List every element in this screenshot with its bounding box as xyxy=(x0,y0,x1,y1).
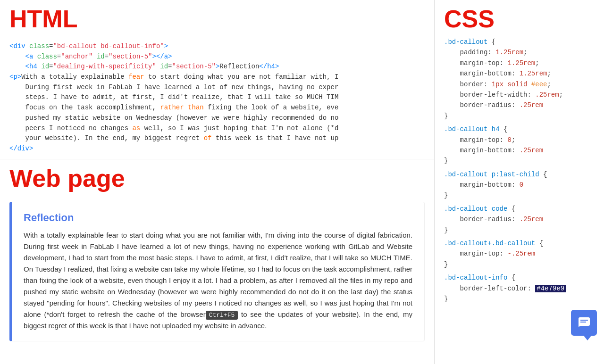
code-line-7: steps. I have to admit, at first, I did'… xyxy=(9,92,425,103)
css-block-2: .bd-callout h4 { margin-top: 0; margin-b… xyxy=(444,124,595,166)
css-close-5: } xyxy=(444,259,595,270)
css-selector-5: .bd-callout+.bd-callout { xyxy=(444,238,595,248)
chat-icon xyxy=(578,316,591,330)
css-close-2: } xyxy=(444,156,595,166)
css-prop-mt-neg: margin-top: -.25rem xyxy=(444,248,595,259)
css-code-block: .bd-callout { padding: 1.25rem; margin-t… xyxy=(435,37,604,304)
code-line-10: peers I noticed no changes as well, so I… xyxy=(9,124,425,134)
callout-box: Reflection With a totally explainable fe… xyxy=(9,202,425,342)
callout-body: With a totally explainable fear to start… xyxy=(24,230,412,332)
css-prop-mt-0: margin-top: 0; xyxy=(444,135,595,145)
css-prop-blc: border-left-color: #4e79e9 xyxy=(444,283,595,294)
code-line-2: <a class="anchor" id="section-5"></a> xyxy=(9,52,425,62)
kbd-badge: Ctrl+F5 xyxy=(206,311,238,320)
right-panel: CSS .bd-callout { padding: 1.25rem; marg… xyxy=(434,0,604,364)
code-line-3: <h4 id="dealing-with-specificity" id="se… xyxy=(9,62,425,72)
css-prop-br: border-radius: .25rem xyxy=(444,214,595,224)
css-prop-border-left-width: border-left-width: .25rem; xyxy=(444,90,595,100)
css-prop-padding: padding: 1.25rem; xyxy=(444,47,595,58)
css-prop-mb-25: margin-bottom: .25rem xyxy=(444,145,595,156)
css-block-6: .bd-callout-info { border-left-color: #4… xyxy=(444,273,595,304)
code-line-6: During first week in FabLab I have learn… xyxy=(9,83,425,93)
css-block-1: .bd-callout { padding: 1.25rem; margin-t… xyxy=(444,37,595,121)
callout-body-text1: With a totally explainable fear to start… xyxy=(24,231,412,318)
css-close-3: } xyxy=(444,190,595,200)
css-selector-3: .bd-callout p:last-child { xyxy=(444,169,595,180)
css-close-1: } xyxy=(444,111,595,121)
css-block-5: .bd-callout+.bd-callout { margin-top: -.… xyxy=(444,238,595,270)
css-prop-margin-bottom: margin-bottom: 1.25rem; xyxy=(444,68,595,79)
css-prop-border: border: 1px solid #eee; xyxy=(444,79,595,90)
helper-bubble[interactable] xyxy=(571,310,597,336)
css-selector-4: .bd-callout code { xyxy=(444,204,595,214)
callout-heading: Reflection xyxy=(24,212,412,224)
html-section-title: HTML xyxy=(0,5,434,33)
code-line-11: your website). In the end, my biggest re… xyxy=(9,133,425,144)
css-block-4: .bd-callout code { border-radius: .25rem… xyxy=(444,204,595,235)
css-block-3: .bd-callout p:last-child { margin-bottom… xyxy=(444,169,595,201)
code-line-8: focus on the task accomplishment, rather… xyxy=(9,103,425,113)
left-panel: HTML <div class="bd-callout bd-callout-i… xyxy=(0,0,434,364)
css-selector-1: .bd-callout { xyxy=(444,37,595,47)
css-close-4: } xyxy=(444,225,595,235)
css-close-6: } xyxy=(444,294,595,304)
webpage-section-title: Web page xyxy=(0,159,434,197)
html-code-block: <div class="bd-callout bd-callout-info">… xyxy=(0,37,434,159)
code-line-12: </div> xyxy=(9,144,425,154)
css-selector-6: .bd-callout-info { xyxy=(444,273,595,283)
css-section-title: CSS xyxy=(435,5,604,33)
css-prop-margin-top: margin-top: 1.25rem; xyxy=(444,58,595,68)
code-line-9: pushed my static website on Wednesday (h… xyxy=(9,113,425,124)
code-line-1: <div class="bd-callout bd-callout-info"> xyxy=(9,41,425,52)
code-line-5: <p>With a totally explainable fear to st… xyxy=(9,72,425,83)
css-prop-mb-0: margin-bottom: 0 xyxy=(444,180,595,190)
css-selector-2: .bd-callout h4 { xyxy=(444,124,595,134)
css-prop-border-radius: border-radius: .25rem xyxy=(444,100,595,110)
